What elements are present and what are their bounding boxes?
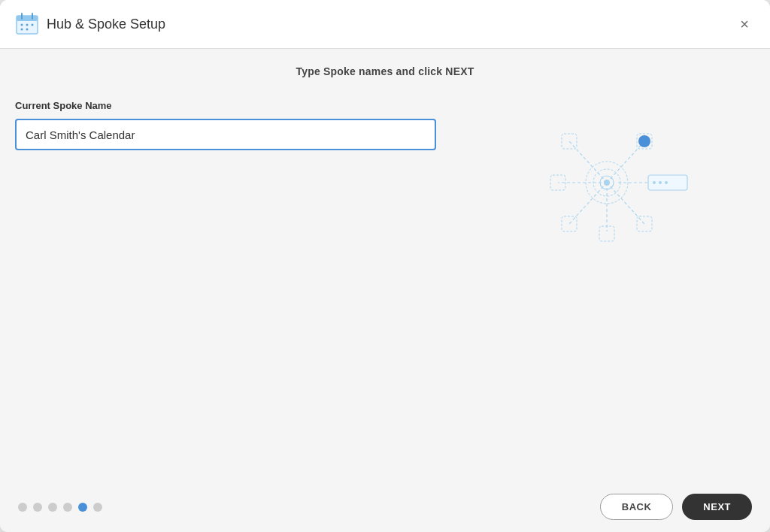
- svg-line-10: [607, 141, 644, 183]
- svg-point-7: [21, 29, 23, 31]
- modal-footer: BACK NEXT: [0, 482, 770, 532]
- step-dots: [18, 503, 102, 512]
- modal-container: Hub & Spoke Setup × Type Spoke names and…: [0, 0, 770, 532]
- svg-point-19: [604, 180, 610, 186]
- modal-subtitle: Type Spoke names and click NEXT: [0, 49, 770, 85]
- svg-line-14: [607, 183, 644, 224]
- svg-point-23: [659, 181, 662, 184]
- step-dot-3: [48, 503, 57, 512]
- svg-point-22: [653, 181, 656, 184]
- svg-line-13: [569, 183, 607, 224]
- step-dot-1: [18, 503, 27, 512]
- svg-rect-1: [17, 16, 38, 21]
- spoke-name-input[interactable]: [15, 119, 436, 150]
- svg-point-5: [26, 24, 29, 26]
- next-button[interactable]: NEXT: [682, 494, 752, 520]
- hub-spoke-diagram: [528, 107, 693, 258]
- svg-point-8: [26, 29, 29, 31]
- svg-point-4: [21, 24, 23, 26]
- step-dot-4: [63, 503, 72, 512]
- svg-rect-29: [599, 226, 614, 241]
- step-dot-5: [78, 503, 87, 512]
- close-button[interactable]: ×: [734, 14, 755, 35]
- modal-title: Hub & Spoke Setup: [47, 17, 165, 32]
- svg-point-6: [32, 24, 34, 26]
- step-dot-2: [33, 503, 42, 512]
- calendar-icon: [15, 12, 39, 36]
- svg-point-24: [665, 181, 668, 184]
- back-button[interactable]: BACK: [600, 494, 674, 520]
- diagram-section: [466, 100, 755, 258]
- svg-point-20: [638, 135, 650, 147]
- left-section: Current Spoke Name: [15, 100, 466, 150]
- svg-line-9: [569, 141, 607, 183]
- header-left: Hub & Spoke Setup: [15, 12, 165, 36]
- footer-buttons: BACK NEXT: [600, 494, 752, 520]
- step-dot-6: [93, 503, 102, 512]
- modal-body: Current Spoke Name: [0, 85, 770, 482]
- field-label: Current Spoke Name: [15, 100, 466, 111]
- modal-header: Hub & Spoke Setup ×: [0, 0, 770, 49]
